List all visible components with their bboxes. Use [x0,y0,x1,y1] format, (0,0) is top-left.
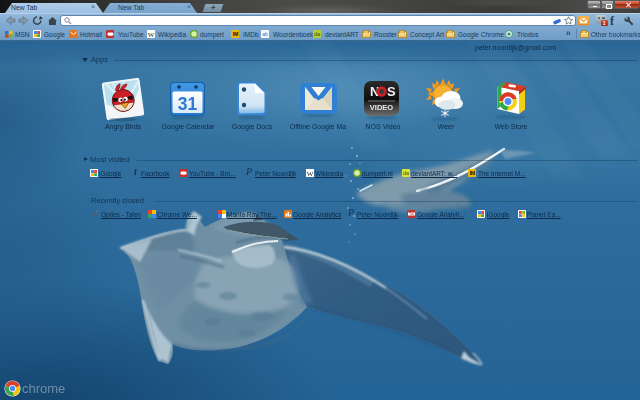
svg-text:W: W [307,170,314,178]
svg-text:IM: IM [470,170,476,176]
svg-text:da: da [403,170,410,176]
svg-text:You: You [409,212,414,216]
svg-text:31: 31 [178,94,198,114]
svg-text:VIDEO: VIDEO [370,103,394,112]
svg-text:S: S [387,84,396,99]
